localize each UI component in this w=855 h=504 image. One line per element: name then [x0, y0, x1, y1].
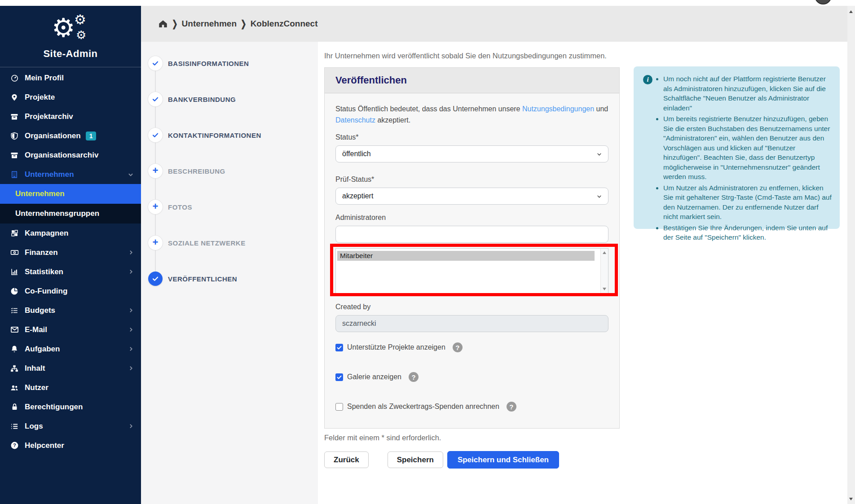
sidebar-item-co-funding[interactable]: Co-Funding	[0, 281, 141, 301]
sidebar-item-berechtigungen[interactable]: Berechtigungen	[0, 397, 141, 416]
sidebar-item-label: E-Mail	[25, 325, 47, 334]
step-label: VERÖFFENTLICHEN	[168, 275, 237, 283]
step-fotos[interactable]: + FOTOS	[141, 200, 318, 214]
publish-panel: Veröffentlichen Status Öffentlich bedeut…	[324, 67, 620, 429]
created-by-label: Created by	[335, 303, 608, 311]
question-icon: ?	[9, 441, 20, 450]
step-soziale-netzwerke[interactable]: + SOZIALE NETZWERKE	[141, 236, 318, 250]
mitarbeiter-listbox[interactable]: Mitarbeiter	[335, 248, 608, 294]
save-button[interactable]: Speichern	[388, 451, 443, 468]
scroll-down-icon[interactable]	[603, 288, 606, 290]
home-icon[interactable]	[158, 19, 168, 29]
sidebar-item-budgets[interactable]: Budgets	[0, 301, 141, 320]
gauge-icon	[9, 74, 20, 82]
scroll-down-icon[interactable]	[849, 498, 853, 500]
sidebar-item-nutzer[interactable]: Nutzer	[0, 378, 141, 397]
check-circle-icon	[148, 128, 163, 142]
sidebar-item-organisationen[interactable]: Organisationen 1	[0, 126, 141, 145]
sidebar-item-organisationsarchiv[interactable]: Organisationsarchiv	[0, 145, 141, 165]
sidebar-item-kampagnen[interactable]: Kampagnen	[0, 224, 141, 243]
page-scrollbar[interactable]	[847, 6, 855, 504]
sidebar-item-projekte[interactable]: Projekte	[0, 88, 141, 107]
chevron-right-icon	[128, 346, 134, 352]
sidebar-item-mein-profil[interactable]: Mein Profil	[0, 68, 141, 88]
lock-icon	[9, 403, 20, 411]
checkbox-unchecked-icon[interactable]	[335, 403, 343, 411]
sidebar-item-label: Organisationsarchiv	[25, 151, 98, 160]
sidebar-item-label: Unternehmen	[15, 189, 65, 198]
panel-body: Status Öffentlich bedeutet, dass das Unt…	[325, 93, 619, 428]
nutzungsbedingungen-link[interactable]: Nutzungsbedingungen	[522, 105, 594, 113]
sidebar-item-label: Berechtigungen	[25, 403, 83, 412]
sidebar-item-projektarchiv[interactable]: Projektarchiv	[0, 107, 141, 126]
chevron-down-icon	[128, 171, 134, 178]
description-text: und	[594, 105, 608, 113]
checkbox-label: Unterstützte Projekte anzeigen	[347, 343, 445, 351]
chevron-right-icon	[128, 250, 134, 255]
save-and-close-button[interactable]: Speichern und Schließen	[447, 451, 559, 469]
step-beschreibung[interactable]: + BESCHREIBUNG	[141, 164, 318, 178]
sidebar-item-helpcenter[interactable]: ? Helpcenter	[0, 436, 141, 455]
sidebar-subitem-unternehmensgruppen[interactable]: Unternehmensgruppen	[0, 204, 141, 224]
sidebar-item-label: Nutzer	[25, 383, 48, 392]
back-button[interactable]: Zurück	[324, 451, 369, 468]
step-kontaktinformationen[interactable]: KONTAKTINFORMATIONEN	[141, 128, 318, 142]
plus-circle-icon: +	[148, 164, 163, 178]
listbox-scrollbar[interactable]	[600, 249, 608, 293]
help-icon[interactable]: ?	[453, 342, 463, 352]
info-icon: i	[643, 75, 652, 84]
checkbox-checked-icon[interactable]	[335, 344, 343, 351]
intro-text: Ihr Unternehmen wird veröffentlicht soba…	[324, 52, 607, 60]
step-label: BANKVERBINDUNG	[168, 96, 236, 103]
scroll-up-icon[interactable]	[603, 251, 606, 254]
map-pin-icon	[9, 93, 20, 101]
help-icon[interactable]: ?	[507, 402, 516, 412]
step-label: FOTOS	[168, 203, 192, 211]
chevron-down-icon	[596, 151, 602, 157]
sidebar-item-label: Projektarchiv	[25, 112, 73, 121]
sidebar-item-email[interactable]: E-Mail	[0, 320, 141, 339]
checkbox-row-galerie: Galerie anzeigen ?	[335, 372, 608, 382]
sidebar-item-unternehmen[interactable]: Unternehmen	[0, 165, 141, 184]
step-veroeffentlichen[interactable]: VERÖFFENTLICHEN	[141, 272, 318, 286]
sidebar-item-inhalt[interactable]: Inhalt	[0, 359, 141, 378]
sidebar-item-label: Kampagnen	[25, 229, 68, 238]
scroll-up-icon[interactable]	[849, 10, 853, 13]
created-by-value: sczarnecki	[342, 320, 376, 328]
avatar[interactable]	[815, 0, 832, 4]
count-badge: 1	[86, 131, 97, 140]
datenschutz-link[interactable]: Datenschutz	[335, 116, 375, 124]
status-select[interactable]: öffentlich	[335, 145, 608, 162]
step-basisinformationen[interactable]: BASISINFORMATIONEN	[141, 56, 318, 70]
shield-icon	[9, 132, 20, 140]
sidebar-item-label: Aufgaben	[25, 345, 60, 354]
gears-icon: ⚙⚙⚙	[44, 14, 97, 46]
sidebar-item-finanzen[interactable]: Finanzen	[0, 243, 141, 262]
building-icon	[9, 171, 20, 179]
archive-icon	[9, 113, 20, 121]
sidebar-item-label: Co-Funding	[25, 287, 67, 296]
plus-circle-icon: +	[148, 200, 163, 214]
breadcrumb: ❯ Unternehmen ❯ KoblenzConnect	[158, 6, 318, 42]
pruef-status-select[interactable]: akzeptiert	[335, 188, 608, 205]
sidebar-item-label: Logs	[25, 422, 43, 431]
sidebar-subitem-unternehmen[interactable]: Unternehmen	[0, 184, 141, 204]
listbox-option-mitarbeiter[interactable]: Mitarbeiter	[337, 251, 595, 261]
step-label: BESCHREIBUNG	[168, 167, 225, 175]
step-bankverbindung[interactable]: BANKVERBINDUNG	[141, 92, 318, 106]
breadcrumb-item[interactable]: Unternehmen	[182, 19, 237, 29]
administratoren-input[interactable]	[335, 226, 608, 243]
help-icon[interactable]: ?	[409, 372, 419, 382]
checkbox-row-unterstuetzte-projekte: Unterstützte Projekte anzeigen ?	[335, 342, 608, 353]
chevron-right-icon	[128, 327, 134, 333]
money-icon	[9, 248, 20, 257]
checkbox-checked-icon[interactable]	[335, 373, 343, 381]
sidebar-item-logs[interactable]: Logs	[0, 416, 141, 436]
sidebar-submenu-unternehmen: Unternehmen Unternehmensgruppen	[0, 184, 141, 224]
step-label: BASISINFORMATIONEN	[168, 60, 249, 67]
breadcrumb-item: KoblenzConnect	[251, 19, 318, 29]
sidebar-item-statistiken[interactable]: Statistiken	[0, 262, 141, 281]
sidebar-item-label: Projekte	[25, 93, 55, 102]
archive-icon	[9, 151, 20, 159]
sidebar-item-aufgaben[interactable]: Aufgaben	[0, 339, 141, 359]
